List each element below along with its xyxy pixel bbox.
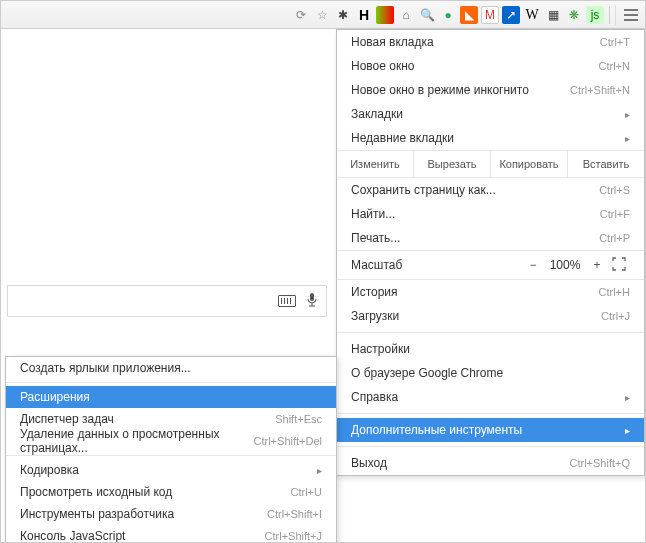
submenu-dev-tools[interactable]: Инструменты разработчикаCtrl+Shift+I [6,503,336,525]
qr-icon[interactable]: ▦ [544,6,562,24]
menu-incognito[interactable]: Новое окно в режиме инкогнитоCtrl+Shift+… [337,78,644,102]
menu-history[interactable]: ИсторияCtrl+H [337,280,644,304]
bug-icon[interactable]: ✱ [334,6,352,24]
main-menu-button[interactable] [615,5,641,25]
menu-about[interactable]: О браузере Google Chrome [337,361,644,385]
toolbar-separator [609,6,610,24]
menu-downloads[interactable]: ЗагрузкиCtrl+J [337,304,644,328]
zoom-out-button[interactable]: − [522,258,544,272]
menu-paste[interactable]: Вставить [568,151,644,177]
blue-ext-icon[interactable]: ↗ [502,6,520,24]
keyboard-icon[interactable] [278,295,296,307]
gmail-icon[interactable]: M [481,6,499,24]
refresh-icon[interactable]: ⟳ [292,6,310,24]
more-tools-submenu: Создать ярлыки приложения... Расширения … [5,356,337,543]
tag-icon[interactable]: ⌂ [397,6,415,24]
zoom-value: 100% [544,258,586,272]
zoom-label: Масштаб [351,258,522,272]
submenu-create-shortcuts[interactable]: Создать ярлыки приложения... [6,357,336,379]
h-icon[interactable]: H [355,6,373,24]
search-input[interactable] [7,285,327,317]
menu-copy[interactable]: Копировать [491,151,568,177]
search-icon[interactable]: 🔍 [418,6,436,24]
menu-bookmarks[interactable]: Закладки▸ [337,102,644,126]
menu-more-tools[interactable]: Дополнительные инструменты▸ [337,418,644,442]
submenu-view-source[interactable]: Просмотреть исходный кодCtrl+U [6,481,336,503]
chevron-right-icon: ▸ [625,133,630,144]
svg-rect-0 [310,293,314,301]
browser-toolbar: ⟳☆✱H⌂🔍●◣M↗W▦❋js [1,1,645,29]
submenu-js-console[interactable]: Консоль JavaScriptCtrl+Shift+J [6,525,336,543]
chevron-right-icon: ▸ [317,465,322,476]
menu-help[interactable]: Справка▸ [337,385,644,409]
zoom-in-button[interactable]: + [586,258,608,272]
menu-edit-label: Изменить [337,151,414,177]
menu-find[interactable]: Найти...Ctrl+F [337,202,644,226]
menu-print[interactable]: Печать...Ctrl+P [337,226,644,250]
menu-exit[interactable]: ВыходCtrl+Shift+Q [337,451,644,475]
menu-recent-tabs[interactable]: Недавние вкладки▸ [337,126,644,150]
submenu-encoding[interactable]: Кодировка▸ [6,459,336,481]
menu-zoom-row: Масштаб − 100% + [337,250,644,280]
orange-ext-icon[interactable]: ◣ [460,6,478,24]
color-ext-icon[interactable] [376,6,394,24]
fullscreen-button[interactable] [608,257,630,274]
menu-settings[interactable]: Настройки [337,337,644,361]
chevron-right-icon: ▸ [625,109,630,120]
microphone-icon[interactable] [306,292,318,311]
submenu-clear-data[interactable]: Удаление данных о просмотренных страница… [6,430,336,452]
menu-new-tab[interactable]: Новая вкладкаCtrl+T [337,30,644,54]
submenu-extensions[interactable]: Расширения [6,386,336,408]
menu-cut[interactable]: Вырезать [414,151,491,177]
menu-new-window[interactable]: Новое окноCtrl+N [337,54,644,78]
star-icon[interactable]: ☆ [313,6,331,24]
menu-edit-row: Изменить Вырезать Копировать Вставить [337,150,644,178]
w-icon[interactable]: W [523,6,541,24]
globe-icon[interactable]: ● [439,6,457,24]
js-icon[interactable]: js [586,6,604,24]
chevron-right-icon: ▸ [625,425,630,436]
main-menu: Новая вкладкаCtrl+T Новое окноCtrl+N Нов… [336,29,645,476]
menu-save-as[interactable]: Сохранить страницу как...Ctrl+S [337,178,644,202]
evernote-icon[interactable]: ❋ [565,6,583,24]
chevron-right-icon: ▸ [625,392,630,403]
